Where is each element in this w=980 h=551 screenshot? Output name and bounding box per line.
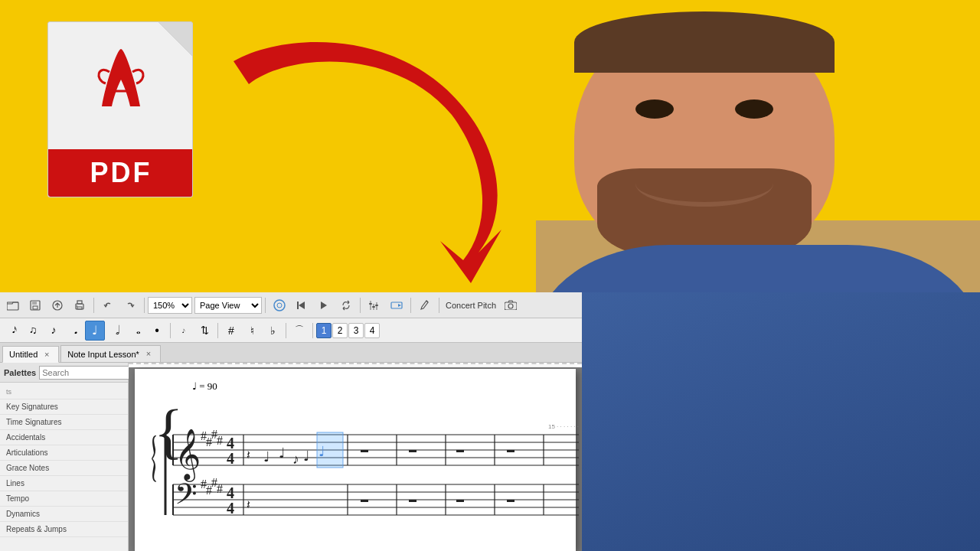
acrobat-logo xyxy=(90,41,152,118)
palette-item-time-sig[interactable]: Time Signatures xyxy=(0,415,128,430)
natural-button[interactable]: ♮ xyxy=(242,321,262,341)
divider-3 xyxy=(265,298,266,313)
redo-button[interactable] xyxy=(119,295,141,316)
print-button[interactable] xyxy=(69,295,90,316)
svg-rect-6 xyxy=(77,301,82,304)
divider-2 xyxy=(144,298,145,313)
camera-button[interactable] xyxy=(500,295,521,316)
pdf-label-text: PDF xyxy=(90,157,152,189)
piano-roll-button[interactable] xyxy=(386,295,407,316)
svg-marker-13 xyxy=(321,302,327,309)
tab-untitled-label: Untitled xyxy=(9,350,38,359)
8th-note-button[interactable]: 𝅘 xyxy=(64,321,84,341)
voice-4-button[interactable]: 4 xyxy=(364,323,380,338)
zoom-select[interactable]: 150% xyxy=(148,297,192,314)
svg-marker-11 xyxy=(299,302,305,309)
palette-items-list: ts Key Signatures Time Signatures Accide… xyxy=(0,383,128,539)
voice-3-button[interactable]: 3 xyxy=(348,323,364,338)
svg-text:♩: ♩ xyxy=(279,445,285,461)
palette-item-lines[interactable]: Lines xyxy=(0,476,128,491)
edit-mode-button[interactable] xyxy=(414,295,436,316)
tab-untitled-close[interactable]: × xyxy=(41,349,52,360)
svg-point-8 xyxy=(77,305,78,307)
whole-note-button[interactable]: 𝅝 xyxy=(126,321,146,341)
32nd-note-button[interactable]: ♫ xyxy=(23,321,43,341)
palette-item-tempo[interactable]: Tempo xyxy=(0,491,128,507)
64th-note-button[interactable]: 𝅘𝅥𝅯 xyxy=(2,321,22,341)
voice-1-button[interactable]: 1 xyxy=(316,323,332,338)
main-content: Palettes × ts Key Signatures Time Signat… xyxy=(0,363,582,551)
svg-text:#: # xyxy=(217,434,223,447)
palette-item-ts[interactable]: ts xyxy=(0,384,128,399)
flip-button[interactable]: ⇅ xyxy=(194,321,214,341)
svg-text:▬: ▬ xyxy=(361,495,368,504)
undo-button[interactable] xyxy=(97,295,119,316)
divider-1 xyxy=(93,298,94,313)
svg-text:4: 4 xyxy=(227,484,234,501)
svg-rect-19 xyxy=(375,305,378,306)
svg-text:15 · · · · · · · · · · · · · ·: 15 · · · · · · · · · · · · · · xyxy=(548,423,579,430)
grace-note-button[interactable]: 𝆕 xyxy=(174,321,194,341)
palette-item-accidentals-label: Accidentals xyxy=(6,433,45,442)
new-folder-button[interactable] xyxy=(2,295,24,316)
svg-text:4: 4 xyxy=(227,435,234,452)
tie-button[interactable]: ⌒ xyxy=(289,321,309,341)
svg-text:▬: ▬ xyxy=(507,445,514,454)
quarter-note-button[interactable]: ♩ xyxy=(85,321,105,341)
svg-text:{: { xyxy=(154,396,183,466)
tab-note-input-close[interactable]: × xyxy=(143,349,154,360)
palette-item-accidentals[interactable]: Accidentals xyxy=(0,430,128,445)
palette-item-dynamics-label: Dynamics xyxy=(6,510,40,518)
metronome-button[interactable] xyxy=(269,295,290,316)
palette-item-tempo-label: Tempo xyxy=(6,494,29,503)
save-button[interactable] xyxy=(24,295,46,316)
flat-button[interactable]: ♭ xyxy=(263,321,283,341)
play-button[interactable] xyxy=(313,295,335,316)
svg-text:▬: ▬ xyxy=(409,495,416,504)
svg-text:▬: ▬ xyxy=(507,495,514,504)
svg-text:♩: ♩ xyxy=(263,449,270,465)
palette-item-key-sig-label: Key Signatures xyxy=(6,403,58,411)
sharp-button[interactable]: # xyxy=(221,321,241,341)
svg-text:4: 4 xyxy=(227,450,234,467)
palette-item-repeats[interactable]: Repeats & Jumps xyxy=(0,522,128,537)
svg-rect-12 xyxy=(297,302,299,309)
voice-2-button[interactable]: 2 xyxy=(332,323,348,338)
upload-button[interactable] xyxy=(47,295,68,316)
divider-note-2 xyxy=(217,323,218,338)
pdf-file-shape: PDF xyxy=(47,21,193,197)
loop-button[interactable] xyxy=(335,295,357,316)
svg-text:4: 4 xyxy=(227,500,234,517)
view-mode-select[interactable]: Page View xyxy=(194,297,262,314)
divider-note-1 xyxy=(170,323,171,338)
svg-text:#: # xyxy=(217,482,223,495)
toolbar-2: 𝅘𝅥𝅯 ♫ ♪ 𝅘 ♩ 𝅗𝅥 𝅝 • 𝆕 ⇅ # ♮ ♭ ⌒ 1 2 3 4 xyxy=(0,318,582,343)
dotted-button[interactable]: • xyxy=(147,321,167,341)
palette-item-articulations[interactable]: Articulations xyxy=(0,445,128,461)
score-area: ♩ = 90 𝄔 𝄞 xyxy=(129,363,582,551)
svg-text:▬: ▬ xyxy=(456,445,464,454)
palette-item-time-sig-label: Time Signatures xyxy=(6,418,61,426)
palette-item-lines-label: Lines xyxy=(6,479,24,487)
16th-note-button[interactable]: ♪ xyxy=(44,321,64,341)
palette-item-repeats-label: Repeats & Jumps xyxy=(6,525,67,533)
half-note-button[interactable]: 𝅗𝅥 xyxy=(106,321,126,341)
palette-title: Palettes xyxy=(4,368,36,377)
palette-item-articulations-label: Articulations xyxy=(6,448,47,457)
svg-text:▬: ▬ xyxy=(456,495,464,504)
palette-item-grace-notes[interactable]: Grace Notes xyxy=(0,461,128,476)
svg-rect-18 xyxy=(372,306,375,308)
go-start-button[interactable] xyxy=(291,295,312,316)
svg-rect-7 xyxy=(77,307,82,309)
palette-panel: Palettes × ts Key Signatures Time Signat… xyxy=(0,363,129,551)
tab-note-input-lesson[interactable]: Note Input Lesson* × xyxy=(60,345,161,362)
tab-untitled[interactable]: Untitled × xyxy=(2,346,59,363)
mixer-button[interactable] xyxy=(364,295,385,316)
palette-item-key-sig[interactable]: Key Signatures xyxy=(0,399,128,415)
red-arrow xyxy=(172,15,570,306)
palette-item-grace-notes-label: Grace Notes xyxy=(6,464,49,472)
tempo-marking: ♩ = 90 xyxy=(192,380,560,393)
svg-marker-21 xyxy=(398,304,401,307)
palette-item-dynamics[interactable]: Dynamics xyxy=(0,507,128,522)
screenshot-container: PDF xyxy=(0,0,980,551)
